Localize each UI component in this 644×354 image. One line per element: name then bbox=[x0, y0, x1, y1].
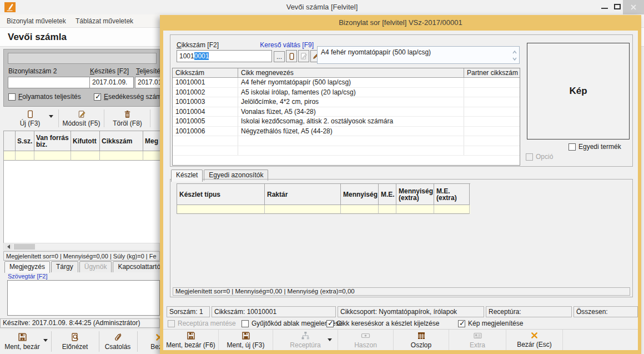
dlg-save-close-button[interactable]: x Ment, bezár (F6) bbox=[163, 330, 219, 350]
stock-col-raktar[interactable]: Raktár bbox=[265, 184, 341, 205]
esedekesseg-checkbox[interactable] bbox=[94, 93, 101, 101]
bizonylatszam2-input[interactable] bbox=[8, 77, 90, 88]
tab-kapcsolattarto[interactable]: Kapcsolattartó bbox=[113, 261, 160, 272]
money-icon bbox=[361, 331, 370, 340]
receptura-mentese-checkbox[interactable] bbox=[168, 320, 175, 327]
grid-empty-row[interactable] bbox=[4, 151, 160, 161]
product-image-placeholder: Kép bbox=[527, 43, 630, 139]
edit-row-button[interactable]: Módosít (F5) bbox=[61, 107, 102, 129]
dlg-save-new-button[interactable]: Ment, új (F3) bbox=[219, 330, 273, 350]
maximize-button[interactable] bbox=[614, 4, 621, 9]
grid-header-kifutott[interactable]: Kifutott bbox=[71, 131, 100, 151]
paperclip-icon bbox=[113, 332, 123, 342]
item-row-empty bbox=[173, 146, 520, 156]
dlg-oszlop-button[interactable]: Oszlop bbox=[394, 330, 449, 350]
grid-header-megnevezes[interactable]: Meg bbox=[143, 131, 160, 151]
kereso-valtas-link[interactable]: Kereső váltás [F9] bbox=[258, 41, 314, 49]
card-icon bbox=[473, 331, 482, 340]
opcio-option[interactable]: Opció bbox=[526, 153, 553, 161]
save-close-button[interactable]: x Ment, bezár bbox=[1, 329, 43, 354]
kep-megjelenites-option[interactable]: Kép megjelenítése bbox=[458, 320, 523, 327]
edit-icon bbox=[77, 110, 86, 118]
minimize-button[interactable] bbox=[601, 8, 608, 9]
stock-status-bar: Megjelenített sor=0 | Mennyiség=0,00 | M… bbox=[173, 287, 630, 296]
tab-megjegyzes[interactable]: Megjegyzés bbox=[4, 261, 50, 273]
note-textarea[interactable] bbox=[7, 280, 160, 316]
dlg-haszon-button[interactable]: Haszon bbox=[338, 330, 394, 350]
spinner-icons[interactable] bbox=[512, 49, 517, 62]
scroll-left-button[interactable] bbox=[4, 244, 13, 250]
save-close-dropdown-icon[interactable] bbox=[43, 339, 48, 342]
folyamatos-checkbox[interactable] bbox=[8, 93, 16, 101]
delete-row-button[interactable]: Töröl (F8) bbox=[107, 107, 148, 129]
kep-megjelenites-label: Kép megjelenítése bbox=[468, 320, 523, 327]
tab-keszlet[interactable]: Készlet bbox=[171, 169, 203, 182]
stock-col-mennyiseg[interactable]: Mennyiség bbox=[341, 184, 379, 205]
item-row[interactable]: 10010005 Iskolai kezdőcsomag, áltisk 2. … bbox=[173, 117, 520, 127]
new-row-button[interactable]: Új (F3) bbox=[8, 107, 52, 129]
item-search-panel: Cikkszám [F2] Kereső váltás [F9] 1001000… bbox=[170, 34, 633, 167]
attach-button[interactable]: Csatolás bbox=[100, 329, 135, 354]
cikkszam-label: Cikkszám [F2] bbox=[177, 41, 219, 49]
scroll-thumb[interactable] bbox=[14, 244, 35, 250]
keszlet-kijelzes-checkbox[interactable] bbox=[326, 320, 334, 327]
opcio-checkbox[interactable] bbox=[526, 153, 533, 161]
grid-header-cikkszam[interactable]: Cikkszám bbox=[100, 131, 143, 151]
close-x-icon bbox=[530, 331, 539, 340]
cikkszam-input[interactable]: 10010001 bbox=[177, 50, 272, 62]
status-cikkcsoport: Cikkcsoport: Nyomtatópapírok, írólapok bbox=[338, 306, 484, 317]
tab-ugynok[interactable]: Ügynök bbox=[79, 261, 112, 272]
new-page-icon bbox=[288, 52, 295, 61]
receptura-dropdown-icon[interactable] bbox=[328, 338, 332, 341]
item-row[interactable]: 10010001 A4 fehér nyomtatópapír (500 lap… bbox=[173, 78, 520, 88]
gyujtokod-checkbox[interactable] bbox=[242, 320, 249, 327]
receptura-mentese-option[interactable]: Receptúra mentése bbox=[168, 320, 236, 327]
grid-header-selector bbox=[4, 131, 16, 151]
item-row[interactable]: 10010006 Négyzethálós füzet, A5 (44-28) bbox=[173, 127, 520, 137]
stock-col-me[interactable]: M.E. bbox=[379, 184, 396, 205]
egyedi-termek-checkbox[interactable] bbox=[568, 143, 576, 151]
main-bottom-toolbar: x Ment, bezár Előnézet Csatolás Bezár bbox=[0, 328, 160, 354]
keszlet-kijelzes-option[interactable]: Cikk kereséskor a készlet kijelzése bbox=[326, 320, 439, 327]
status-cikkszam: Cikkszám: 10010001 bbox=[212, 306, 336, 317]
close-button[interactable] bbox=[623, 0, 644, 14]
keszites-label: Készítés [F2] bbox=[90, 67, 129, 75]
rows-grid: S.sz. Van forrás biz. Kifutott Cikkszám … bbox=[3, 131, 160, 243]
edit-item-button-disabled[interactable] bbox=[298, 50, 309, 62]
svg-text:x: x bbox=[190, 336, 192, 339]
partner-field[interactable] bbox=[8, 53, 157, 64]
stock-empty-row[interactable] bbox=[177, 205, 470, 214]
item-name-box: A4 fehér nyomtatópapír (500 lap/csg) bbox=[317, 46, 520, 64]
preview-button[interactable]: Előnézet bbox=[54, 329, 96, 354]
menu-bizonylat-muveletek[interactable]: Bizonylat műveletek bbox=[7, 17, 66, 25]
dlg-close-button[interactable]: Bezár (Esc) bbox=[506, 330, 563, 350]
dlg-receptura-button[interactable]: Receptúra bbox=[273, 330, 338, 350]
new-item-button[interactable] bbox=[286, 50, 297, 62]
lookup-button[interactable]: ... bbox=[274, 51, 285, 62]
stock-col-me-extra[interactable]: M.E. (extra) bbox=[434, 184, 470, 205]
grid-header-van-forras[interactable]: Van forrás biz. bbox=[34, 131, 71, 151]
tab-targy[interactable]: Tárgy bbox=[51, 261, 78, 272]
item-row[interactable]: 10010004 Vonalas füzet, A5 (34-28) bbox=[173, 107, 520, 117]
kep-megjelenites-checkbox[interactable] bbox=[458, 320, 465, 327]
col-partner-cikkszam[interactable]: Partner cikkszám bbox=[464, 68, 520, 77]
status-sorszam: Sorszám: 1 bbox=[167, 306, 210, 317]
trash-icon bbox=[123, 110, 132, 118]
item-row[interactable]: 10010003 Jelölőcímke, 4*2 cm, piros bbox=[173, 97, 520, 107]
new-row-dropdown-icon[interactable] bbox=[49, 115, 53, 118]
col-cikk-megnevezes[interactable]: Cikk megnevezés bbox=[238, 68, 464, 77]
folyamatos-teljesites-option[interactable]: Folyamatos teljesítés bbox=[8, 93, 81, 101]
item-row[interactable]: 10010002 A5 iskolai írólap, famentes (20… bbox=[173, 88, 520, 98]
created-status-bar: Készítve: 2017.01.09. 8:44:25 (Adminiszt… bbox=[0, 318, 160, 328]
grid-header-ssz[interactable]: S.sz. bbox=[16, 131, 34, 151]
rows-hscrollbar[interactable] bbox=[3, 243, 160, 251]
szovegtar-link[interactable]: Szövegtár [F2] bbox=[8, 273, 48, 280]
dlg-extra-button[interactable]: Extra bbox=[449, 330, 506, 350]
stock-col-keszlet-tipus[interactable]: Készlet típus bbox=[177, 184, 265, 205]
stock-col-mennyiseg-extra[interactable]: Mennyiség (extra) bbox=[396, 184, 434, 205]
keszites-input[interactable]: 2017.01.09. bbox=[89, 77, 134, 88]
menu-tablazat-muveletek[interactable]: Táblázat műveletek bbox=[76, 17, 133, 25]
egyedi-termek-option[interactable]: Egyedi termék bbox=[568, 143, 621, 151]
svg-text:x: x bbox=[22, 337, 23, 341]
col-cikkszam[interactable]: Cikkszám bbox=[173, 68, 238, 77]
